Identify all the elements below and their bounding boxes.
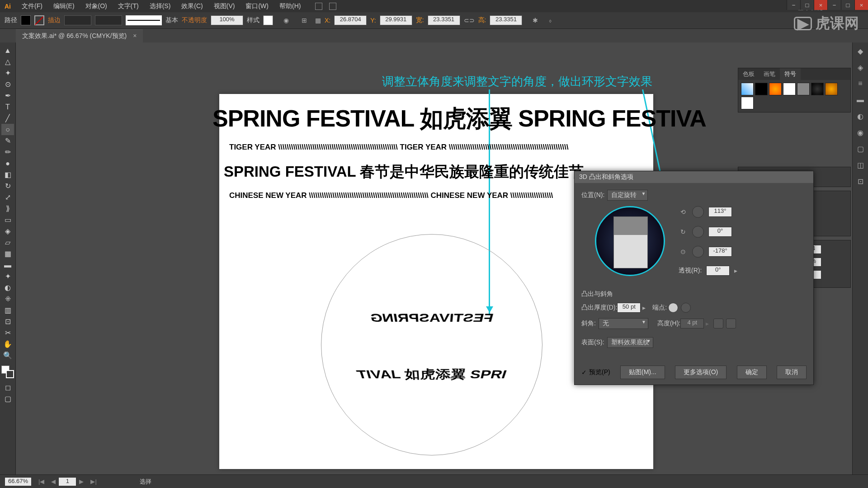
pencil-tool[interactable]: ✏ <box>1 146 14 158</box>
menu-type[interactable]: 文字(T) <box>113 2 144 10</box>
dock-color-guide-icon[interactable]: ◈ <box>855 62 865 72</box>
nav-first-icon[interactable]: |◀ <box>38 478 44 485</box>
cancel-button[interactable]: 取消 <box>777 366 807 379</box>
perspective-input[interactable]: 0° <box>706 266 730 276</box>
hand-tool[interactable]: ✋ <box>1 338 14 350</box>
layout-icon-2[interactable] <box>329 3 336 10</box>
artboard-tool[interactable]: ⊡ <box>1 316 14 327</box>
dock-stroke-icon[interactable]: ≡ <box>855 79 865 89</box>
dock-appearance-icon[interactable]: ◉ <box>855 127 865 137</box>
dock-gradient-icon[interactable]: ▬ <box>855 95 865 105</box>
more-options-button[interactable]: 更多选项(O) <box>675 366 726 379</box>
min-button-2[interactable]: − <box>827 0 841 10</box>
globe-icon[interactable]: ◉ <box>283 17 289 24</box>
misc-icon-1[interactable]: ✱ <box>533 17 538 24</box>
position-select[interactable]: 自定旋转 <box>607 190 648 201</box>
close-button-2[interactable]: × <box>854 0 868 10</box>
swatch-item[interactable] <box>741 97 754 109</box>
swatch-item[interactable] <box>825 83 838 95</box>
direct-selection-tool[interactable]: △ <box>1 56 14 67</box>
zoom-tool[interactable]: 🔍 <box>1 350 14 361</box>
perspective-arrow-icon[interactable]: ▸ <box>734 267 737 274</box>
opacity-input[interactable]: 100% <box>211 15 243 25</box>
swatch-item[interactable] <box>755 83 768 95</box>
shape-builder-tool[interactable]: ◈ <box>1 225 14 237</box>
rot-x-input[interactable]: 113° <box>708 207 732 217</box>
graph-tool[interactable]: ▥ <box>1 305 14 316</box>
swatch-item[interactable] <box>769 83 782 95</box>
zoom-input[interactable]: 66.67% <box>5 477 32 486</box>
opacity-label[interactable]: 不透明度 <box>182 16 207 24</box>
transform-icon[interactable]: ▦ <box>315 17 321 24</box>
menu-file[interactable]: 文件(F) <box>16 2 48 10</box>
style-swatch[interactable] <box>263 15 273 25</box>
menu-window[interactable]: 窗口(W) <box>240 2 274 10</box>
stroke-label[interactable]: 描边 <box>48 16 61 24</box>
rot-z-input[interactable]: -178° <box>708 247 732 257</box>
rotation-preview[interactable] <box>595 206 665 276</box>
dock-artboards-icon[interactable]: ⊡ <box>855 176 865 186</box>
menu-view[interactable]: 视图(V) <box>208 2 241 10</box>
bevel-out-button[interactable] <box>726 319 736 328</box>
swatch-item[interactable] <box>741 83 754 95</box>
cap-on-button[interactable] <box>668 303 678 313</box>
bevel-select[interactable]: 无 <box>599 318 648 329</box>
blend-tool[interactable]: ◐ <box>1 282 14 293</box>
rotate-tool[interactable]: ↻ <box>1 180 14 192</box>
scale-tool[interactable]: ⤢ <box>1 192 14 203</box>
swatch-item[interactable] <box>811 83 824 95</box>
preview-checkbox[interactable]: ✓ 预览(P) <box>581 368 610 376</box>
max-button-2[interactable]: □ <box>841 0 854 10</box>
stroke-preview[interactable] <box>126 15 162 25</box>
nav-prev-icon[interactable]: ◀ <box>51 478 56 485</box>
stroke-weight[interactable] <box>64 15 91 25</box>
link-icon[interactable]: ⊂⊃ <box>464 17 475 24</box>
page-input[interactable]: 1 <box>58 477 76 486</box>
h-input[interactable]: 23.3351 <box>490 15 522 25</box>
dock-layers-icon[interactable]: ◫ <box>855 160 865 170</box>
rot-y-input[interactable]: 0° <box>708 227 732 237</box>
align-icon[interactable]: ⊞ <box>302 17 307 24</box>
width-tool[interactable]: ⟫ <box>1 203 14 214</box>
dock-transparency-icon[interactable]: ◐ <box>855 111 865 121</box>
nav-next-icon[interactable]: ▶ <box>79 478 84 485</box>
height-input[interactable]: 4 pt <box>680 319 704 328</box>
dock-color-icon[interactable]: ◆ <box>855 46 865 56</box>
eraser-tool[interactable]: ◧ <box>1 169 14 180</box>
menu-effect[interactable]: 效果(C) <box>176 2 208 10</box>
stroke-swatch[interactable] <box>34 15 44 25</box>
ellipse-tool[interactable]: ○ <box>1 124 14 135</box>
fill-stroke-swatches[interactable] <box>1 366 14 378</box>
surface-select[interactable]: 塑料效果底纹 <box>607 337 653 348</box>
w-input[interactable]: 23.3351 <box>428 15 460 25</box>
mesh-tool[interactable]: ▦ <box>1 248 14 259</box>
rot-x-dial[interactable] <box>692 206 704 218</box>
line-tool[interactable]: ╱ <box>1 113 14 124</box>
menu-object[interactable]: 对象(O) <box>80 2 113 10</box>
max-button[interactable]: □ <box>800 0 814 10</box>
stroke-color[interactable] <box>6 370 14 378</box>
rot-z-dial[interactable] <box>692 246 704 258</box>
swatch-item[interactable] <box>783 83 796 95</box>
bevel-in-button[interactable] <box>713 319 723 328</box>
dock-graphic-styles-icon[interactable]: ▢ <box>855 144 865 154</box>
rot-y-dial[interactable] <box>692 226 704 238</box>
menu-edit[interactable]: 编辑(E) <box>48 2 80 10</box>
fill-swatch[interactable] <box>21 15 31 25</box>
depth-input[interactable]: 50 pt <box>617 303 641 313</box>
min-button[interactable]: − <box>787 0 800 10</box>
stroke-profile[interactable] <box>95 15 122 25</box>
swatch-item[interactable] <box>797 83 810 95</box>
tab-brushes[interactable]: 画笔 <box>759 68 780 80</box>
tab-symbols[interactable]: 符号 <box>780 68 801 80</box>
tab-swatches[interactable]: 色板 <box>738 68 759 80</box>
tab-close-icon[interactable]: × <box>133 32 137 39</box>
layout-icon-1[interactable] <box>315 3 322 10</box>
slice-tool[interactable]: ✂ <box>1 327 14 338</box>
pen-tool[interactable]: ✒ <box>1 90 14 101</box>
map-art-button[interactable]: 贴图(M)... <box>620 366 665 379</box>
type-tool[interactable]: T <box>1 101 14 113</box>
magic-wand-tool[interactable]: ✦ <box>1 67 14 79</box>
ok-button[interactable]: 确定 <box>737 366 767 379</box>
height-arrow-icon[interactable]: ▸ <box>706 320 709 327</box>
